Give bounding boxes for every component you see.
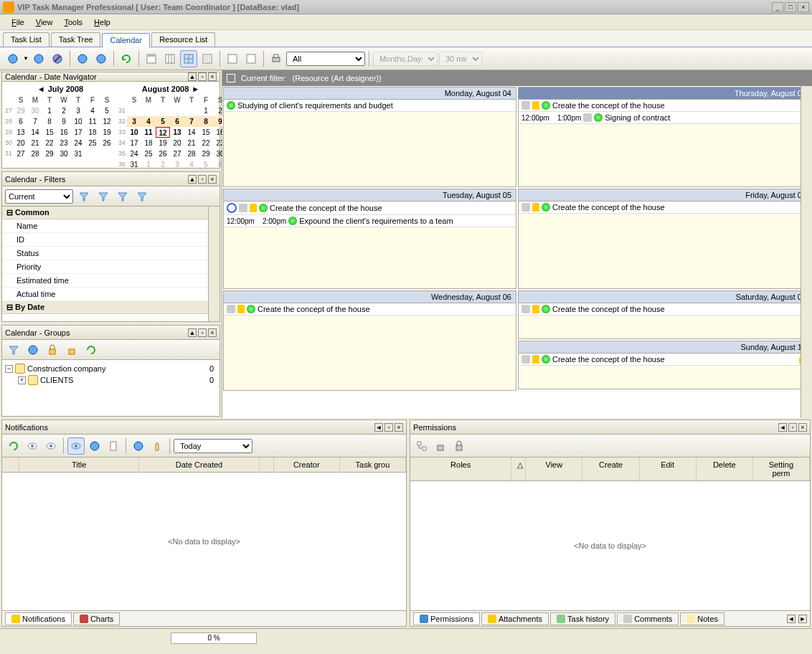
globe-prev-icon[interactable] [74, 50, 91, 67]
calendar-day[interactable]: 21 [28, 138, 42, 148]
calendar-day[interactable]: 18 [141, 138, 156, 148]
group-lock-icon[interactable] [44, 341, 61, 359]
calendar-day[interactable]: 15 [42, 127, 57, 138]
funnel-icon[interactable] [5, 341, 22, 359]
tab-attachments[interactable]: Attachments [481, 612, 549, 625]
menu-tools[interactable]: Tools [58, 16, 88, 28]
tree-expand-icon[interactable]: − [5, 365, 13, 373]
tab-task-tree[interactable]: Task Tree [51, 32, 101, 47]
calendar-day[interactable] [141, 105, 156, 116]
day-block[interactable]: Saturday, August 09Create the concept of… [518, 290, 811, 339]
tab-task-list[interactable]: Task List [3, 32, 49, 47]
filter-group-bydate[interactable]: ⊟ By Date [2, 301, 219, 314]
calendar-day[interactable]: 6 [170, 116, 184, 127]
calendar-day[interactable]: 4 [85, 105, 100, 116]
timegrid-view-icon[interactable] [224, 50, 241, 67]
day-header[interactable]: Thursday, August 07 [519, 87, 811, 100]
calendar-day[interactable]: 29 [199, 148, 213, 159]
calendar-day[interactable]: 18 [85, 127, 100, 138]
close-button[interactable]: × [798, 2, 809, 12]
period-select[interactable]: Today [174, 439, 252, 453]
col-delete[interactable]: Delete [697, 458, 753, 480]
calendar-day[interactable] [184, 105, 199, 116]
calendar-day[interactable]: 16 [57, 127, 71, 138]
calendar-day[interactable]: 11 [141, 127, 156, 138]
calendar-day[interactable]: 13 [14, 127, 28, 138]
calendar-day[interactable]: 4 [141, 116, 156, 127]
panel-prev-icon[interactable]: ◄ [778, 423, 787, 432]
panel-close-icon[interactable]: × [798, 423, 807, 432]
calendar-day[interactable]: 7 [28, 116, 42, 127]
calendar-day[interactable]: 24 [71, 138, 85, 148]
calendar-day[interactable]: 9 [57, 116, 71, 127]
appointment[interactable]: Create the concept of the house [224, 303, 516, 316]
calendar-day[interactable]: 7 [184, 116, 199, 127]
calendar-day[interactable]: 29 [14, 105, 28, 116]
tree-icon[interactable] [413, 437, 430, 455]
panel-pin-icon[interactable]: ▫ [198, 175, 207, 184]
panel-collapse-icon[interactable]: ▲ [188, 175, 197, 184]
calendar-day[interactable]: 8 [199, 116, 213, 127]
calendar-day[interactable]: 14 [28, 127, 42, 138]
week-view-icon[interactable] [180, 50, 197, 67]
day-block[interactable]: Sunday, August 10Create the concept of t… [518, 341, 811, 389]
calendar-day[interactable]: 23 [57, 138, 71, 148]
day-header[interactable]: Saturday, August 09 [519, 291, 811, 303]
day-header[interactable]: Tuesday, August 05 [224, 189, 516, 202]
minimize-button[interactable]: _ [772, 2, 783, 12]
workweek-view-icon[interactable] [161, 50, 179, 67]
calendar-day[interactable]: 1 [199, 105, 213, 116]
calendar-day[interactable]: 26 [100, 138, 114, 148]
appointment[interactable]: Create the concept of the house [519, 303, 811, 316]
hand-icon[interactable] [148, 437, 166, 455]
calendar-day[interactable]: 10 [71, 116, 85, 127]
globe-icon[interactable] [86, 437, 103, 455]
col-creator[interactable]: Creator [274, 458, 340, 472]
calendar-day[interactable]: 3 [170, 159, 184, 170]
calendar-day[interactable]: 15 [199, 127, 213, 138]
panel-pin-icon[interactable]: ▫ [384, 423, 393, 432]
filter-field[interactable]: Estimated time [2, 274, 219, 288]
calendar-day[interactable]: 29 [42, 148, 57, 159]
calendar-day[interactable]: 27 [170, 148, 184, 159]
calendar-day[interactable]: 12 [100, 116, 114, 127]
group-unlock-icon[interactable] [63, 341, 80, 359]
calendar-day[interactable]: 31 [71, 148, 85, 159]
panel-collapse-icon[interactable]: ▲ [188, 72, 197, 81]
panel-close-icon[interactable]: × [208, 175, 217, 184]
calendar-day[interactable]: 2 [57, 105, 71, 116]
calendar-day[interactable]: 24 [127, 148, 141, 159]
funnel-save-icon[interactable] [114, 188, 131, 205]
calendar-day[interactable] [156, 105, 170, 116]
filter-combo[interactable]: All [286, 52, 365, 66]
day-block[interactable]: Monday, August 04Studying of client's re… [223, 87, 516, 187]
panel-pin-icon[interactable]: ▫ [198, 328, 207, 337]
menu-view[interactable]: View [30, 16, 59, 28]
calendar-day[interactable]: 1 [141, 159, 156, 170]
col-create[interactable]: Create [582, 458, 639, 480]
col-title[interactable]: Title [19, 458, 139, 472]
calendar-day[interactable] [127, 105, 141, 116]
appointment[interactable]: Create the concept of the house [224, 202, 516, 215]
unlock-icon[interactable] [432, 437, 449, 455]
calendar-day[interactable]: 22 [42, 138, 57, 148]
appointment[interactable]: Create the concept of the house [519, 100, 811, 112]
refresh-icon[interactable] [82, 341, 100, 359]
calendar-day[interactable]: 11 [85, 116, 100, 127]
day-block[interactable]: Tuesday, August 05Create the concept of … [223, 189, 516, 289]
col-date[interactable]: Date Created [139, 458, 259, 472]
prev-month-icon[interactable]: ◄ [34, 85, 48, 93]
tree-expand-icon[interactable]: + [18, 376, 26, 384]
globe-add-icon[interactable] [4, 50, 22, 67]
calendar-day[interactable]: 20 [14, 138, 28, 148]
calendar-day[interactable]: 17 [71, 127, 85, 138]
scale-combo[interactable]: Months,Days [373, 52, 438, 66]
maximize-button[interactable]: □ [785, 2, 796, 12]
calendar-day[interactable]: 13 [170, 127, 184, 138]
menu-file[interactable]: File [6, 16, 30, 28]
doc-icon[interactable] [105, 437, 122, 455]
day-block[interactable]: Wednesday, August 06Create the concept o… [223, 290, 516, 391]
panel-pin-icon[interactable]: ▫ [788, 423, 797, 432]
calendar-day[interactable]: 1 [42, 105, 57, 116]
col-view[interactable]: View [526, 458, 582, 480]
